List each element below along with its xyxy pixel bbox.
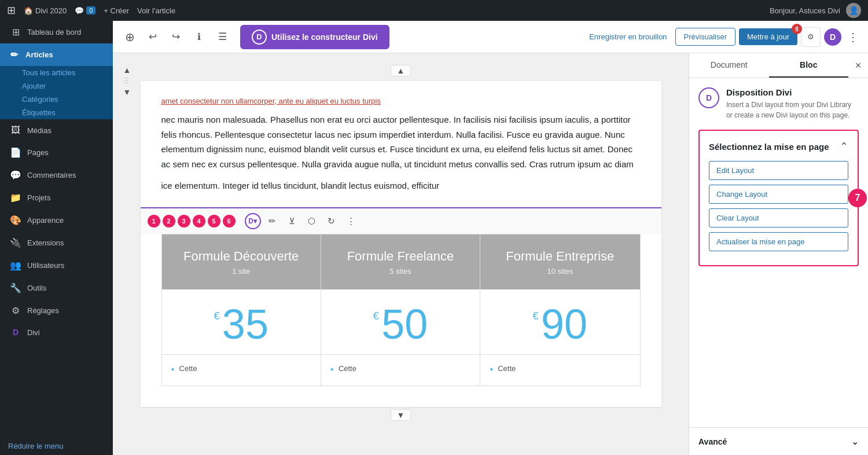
chevron-up-icon[interactable]: ⌃ [840,140,848,153]
undo-button[interactable]: ↩ [143,27,163,47]
actualiser-layout-button[interactable]: Actualiser la mise en page [709,232,848,251]
price-currency-1: € [214,310,219,322]
panel-close-button[interactable]: × [848,56,868,75]
block-align-button[interactable]: ⊻ [284,213,300,229]
list-view-button[interactable]: ☰ [212,27,232,47]
advanced-header[interactable]: Avancé ⌄ [689,428,868,455]
save-draft-link[interactable]: Enregistrer en brouillon [589,32,667,41]
change-layout-button[interactable]: Change Layout [709,185,848,204]
drag-handle[interactable]: ⠿ [123,76,131,86]
price-currency-3: € [533,310,539,322]
clear-layout-button[interactable]: Clear Layout [709,208,848,228]
preview-button[interactable]: Prévisualiser [675,28,735,46]
admin-home-link[interactable]: 🏠 Divi 2020 [24,6,67,15]
block-more-button[interactable]: ⋮ [343,213,359,229]
comment-count: 0 [86,6,95,14]
edit-layout-button[interactable]: Edit Layout [709,161,848,180]
block-number-4: 4 [193,215,205,228]
sidebar-item-dashboard[interactable]: ⊞ Tableau de bord [0,21,113,43]
plus-icon: ⊕ [125,30,135,44]
tab-document[interactable]: Document [689,53,769,78]
admin-comment-link[interactable]: 💬 0 [75,6,95,15]
users-icon: 👥 [10,260,21,271]
view-article-link[interactable]: Voir l'article [137,6,175,15]
more-options-button[interactable]: ⋮ [845,28,861,46]
right-panel: Document Bloc × D Disposition Divi Inser… [689,53,868,455]
editor-toolbar: ⊕ ↩ ↪ ℹ ☰ D Utilisez le constructeur Div… [113,21,868,53]
editor-wrapper: ▲ ⠿ ▼ amet consectetur non ullamcorper, … [141,81,661,407]
update-button[interactable]: Mettre à jour 8 [739,28,797,45]
sidebar-item-media[interactable]: 🖼 Médias [0,119,113,141]
sidebar-reduce-menu[interactable]: Réduire le menu [0,437,113,455]
layout-selection-title: Sélectionnez la mise en page [709,142,829,152]
sidebar-sub-all-articles[interactable]: Tous les articles [0,66,113,79]
redo-icon: ↪ [172,31,180,43]
pricing-header-1: Formule Découverte 1 site [162,234,321,290]
pricing-features-1: ●Cette [162,355,321,386]
sidebar-sub-add[interactable]: Ajouter [0,79,113,93]
pricing-features-3: ●Cette [480,355,639,386]
create-link[interactable]: + Créer [104,6,129,15]
pages-icon: 📄 [10,147,21,158]
pricing-col-3: Formule Entreprise 10 sites € 90 ●Cette [480,234,639,386]
divi-block-toggle[interactable]: D▾ [245,213,261,229]
sidebar-item-divi[interactable]: D Divi [0,322,113,343]
settings-icon: ⚙ [10,305,21,316]
pricing-title-3: Formule Entreprise [490,248,630,265]
block-number-3: 3 [178,215,190,228]
pricing-title-2: Formule Freelance [330,248,470,265]
pricing-subtitle-2: 5 sites [330,267,470,276]
block-refresh-button[interactable]: ↻ [323,213,340,229]
pricing-subtitle-3: 10 sites [490,267,630,276]
sidebar-item-projects[interactable]: 📁 Projets [0,186,113,209]
sidebar-item-users[interactable]: 👥 Utilisateurs [0,254,113,277]
block-move-down[interactable]: ▼ [123,88,131,96]
price-amount-3: 90 [541,301,587,347]
wp-logo-icon[interactable]: ⊞ [7,4,16,17]
pricing-section: Formule Découverte 1 site € 35 ●Cette [141,234,661,408]
home-icon: 🏠 [24,6,33,15]
extensions-icon: 🔌 [10,237,21,248]
add-block-button[interactable]: ⊕ [120,27,139,47]
sidebar-item-articles[interactable]: ✏ Articles [0,43,113,66]
sidebar-item-pages[interactable]: 📄 Pages [0,141,113,164]
sidebar-item-settings[interactable]: ⚙ Réglages [0,299,113,322]
panel-content: D Disposition Divi Insert a Divi layout … [689,78,868,427]
block-nav-down[interactable]: ▼ [391,409,411,421]
disposition-description: Insert a Divi layout from your Divi Libr… [726,100,859,120]
tools-icon: 🔧 [10,282,21,293]
info-button[interactable]: ℹ [189,27,209,47]
articles-icon: ✏ [8,49,20,60]
block-controls: 1 2 3 4 5 6 D▾ ✏ ⊻ ⬡ ↻ [141,207,661,234]
comment-icon: 💬 [75,6,84,15]
pricing-subtitle-1: 1 site [171,267,311,276]
list-icon: ☰ [218,31,227,43]
redo-button[interactable]: ↪ [166,27,186,47]
sidebar-item-comments[interactable]: 💬 Commentaires [0,164,113,186]
block-move-up[interactable]: ▲ [123,66,131,74]
projects-icon: 📁 [10,192,21,203]
badge-7: 7 [848,189,867,207]
sidebar-item-appearance[interactable]: 🎨 Apparence [0,209,113,232]
block-edit-button[interactable]: ✏ [264,213,281,229]
block-nav-up[interactable]: ▲ [391,65,411,76]
pricing-title-1: Formule Découverte [171,248,311,265]
editor-profile-button[interactable]: D [824,28,841,46]
sidebar-sub-tags[interactable]: Étiquettes [0,106,113,119]
undo-icon: ↩ [149,31,157,43]
advanced-title: Avancé [698,437,727,446]
admin-greeting: Bonjour, Astuces Divi [770,6,840,15]
editor-settings-button[interactable]: ⚙ [801,27,821,47]
admin-avatar[interactable]: 👤 [846,3,861,18]
dashboard-icon: ⊞ [10,27,21,38]
sidebar-sub-categories[interactable]: Catégories [0,93,113,106]
sidebar-item-tools[interactable]: 🔧 Outils [0,277,113,299]
sidebar-item-extensions[interactable]: 🔌 Extensions [0,232,113,254]
divi-builder-button[interactable]: D Utilisez le constructeur Divi [240,25,389,49]
pricing-col-1: Formule Découverte 1 site € 35 ●Cette [162,234,321,386]
tab-bloc[interactable]: Bloc [769,53,849,78]
block-link-button[interactable]: ⬡ [304,213,320,229]
block-number-5: 5 [208,215,220,228]
divi-icon: D [10,328,21,337]
media-icon: 🖼 [10,125,21,135]
